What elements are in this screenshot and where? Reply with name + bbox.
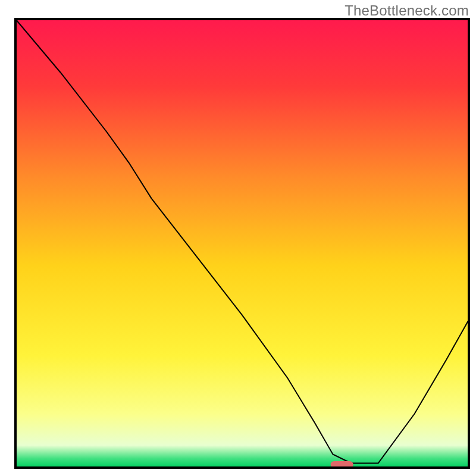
chart-svg (0, 0, 476, 476)
bottleneck-chart: TheBottleneck.com (0, 0, 476, 476)
gradient-background (15, 19, 469, 468)
